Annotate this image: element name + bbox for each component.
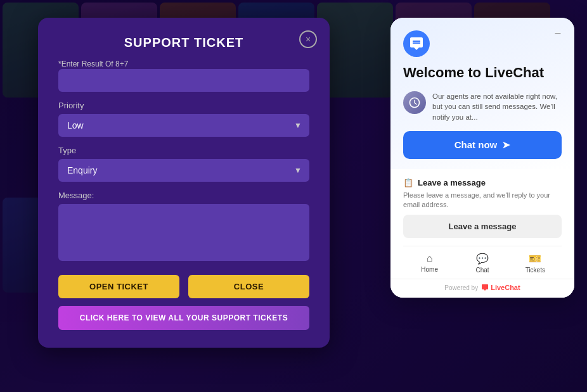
priority-label: Priority (58, 101, 309, 110)
livechat-brand-icon (481, 284, 489, 291)
nav-tickets-label: Tickets (526, 267, 545, 274)
chat-now-button[interactable]: Chat now ➤ (403, 131, 562, 159)
action-buttons-row: OPEN TICKET CLOSE (58, 275, 309, 298)
nav-home-item[interactable]: ⌂ Home (403, 246, 456, 279)
nav-chat-label: Chat (475, 267, 489, 274)
livechat-brand: LiveChat (481, 284, 520, 291)
type-select-wrapper: Enquiry Complaint Technical ▼ (58, 159, 309, 182)
leave-message-title: 📋 Leave a message (403, 178, 562, 187)
leave-message-button[interactable]: Leave a message (403, 215, 562, 238)
livechat-logo (403, 30, 430, 57)
agent-row: Our agents are not available right now, … (403, 91, 562, 122)
type-select[interactable]: Enquiry Complaint Technical (58, 159, 309, 182)
support-ticket-modal: × SUPPORT TICKET *Enter Result Of 8+7 Pr… (38, 18, 330, 348)
livechat-body: 📋 Leave a message Please leave a message… (390, 169, 574, 279)
leave-message-desc: Please leave a message, and we'll reply … (403, 191, 562, 210)
tickets-icon: 🎫 (529, 253, 541, 265)
livechat-header: – Welcome to LiveChat Our agents are not… (390, 18, 574, 169)
leave-message-icon: 📋 (403, 178, 413, 187)
leave-message-section: 📋 Leave a message Please leave a message… (403, 178, 562, 239)
modal-header: SUPPORT TICKET (58, 35, 309, 50)
livechat-widget: – Welcome to LiveChat Our agents are not… (390, 18, 574, 298)
chat-now-label: Chat now (455, 139, 498, 150)
open-ticket-button[interactable]: OPEN TICKET (58, 275, 179, 298)
nav-tickets-item[interactable]: 🎫 Tickets (509, 246, 562, 279)
agent-availability-text: Our agents are not available right now, … (432, 91, 562, 122)
nav-chat-icon: 💬 (476, 253, 489, 265)
close-button[interactable]: CLOSE (188, 275, 309, 298)
chat-icon (409, 36, 424, 51)
priority-select[interactable]: Low Medium High (58, 114, 309, 137)
livechat-footer: Powered by LiveChat (390, 279, 574, 298)
livechat-welcome-title: Welcome to LiveChat (403, 65, 562, 81)
captcha-input[interactable] (58, 69, 309, 92)
agent-avatar (403, 91, 426, 114)
powered-by-text: Powered by (444, 284, 478, 291)
priority-select-wrapper: Low Medium High ▼ (58, 114, 309, 137)
type-label: Type (58, 146, 309, 155)
captcha-label: *Enter Result Of 8+7 (58, 60, 128, 68)
send-icon: ➤ (502, 139, 510, 151)
modal-close-button[interactable]: × (299, 30, 317, 48)
message-textarea[interactable] (58, 204, 309, 261)
home-icon: ⌂ (427, 253, 433, 264)
clock-icon (408, 96, 421, 109)
nav-chat-item[interactable]: 💬 Chat (456, 246, 508, 279)
message-label: Message: (58, 191, 309, 200)
view-all-tickets-button[interactable]: CLICK HERE TO VIEW ALL YOUR SUPPORT TICK… (58, 306, 309, 330)
nav-home-label: Home (421, 266, 438, 273)
modal-title: SUPPORT TICKET (58, 35, 309, 50)
livechat-nav: ⌂ Home 💬 Chat 🎫 Tickets (403, 246, 562, 279)
livechat-minimize-button[interactable]: – (552, 27, 564, 39)
